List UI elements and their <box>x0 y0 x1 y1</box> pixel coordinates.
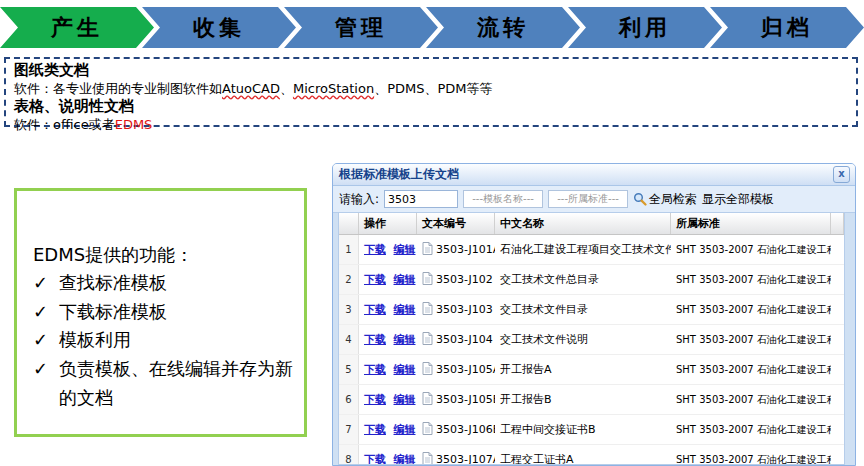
download-link[interactable]: 下载 <box>364 423 386 436</box>
doc-code-text: 3503-J106B <box>436 423 495 436</box>
edms-functions-box: EDMS提供的功能： ✓查找标准模板✓下载标准模板✓模板利用✓负责模板、在线编辑… <box>14 188 307 437</box>
row-chinese-name: 工程中间交接证书B <box>495 422 671 437</box>
row-doc-code: 3503-J107A <box>417 452 495 466</box>
row-doc-code: 3503-J105A <box>417 362 495 378</box>
checkmark-icon: ✓ <box>33 326 59 355</box>
document-icon <box>422 272 433 288</box>
doc-note-line1-prefix: 软件：各专业使用的专业制图软件如 <box>14 81 222 96</box>
upload-dialog: 根据标准模板上传文档 x 请输入: ---模板名称--- ---所属标准--- … <box>332 163 856 466</box>
row-chinese-name: 开工报告A <box>495 362 671 377</box>
edms-function-item-1: ✓查找标准模板 <box>33 269 296 298</box>
search-input[interactable] <box>384 190 458 208</box>
row-number: 7 <box>339 415 359 444</box>
global-search-label: 全局检索 <box>649 191 697 208</box>
doc-note-title-1: 图纸类文档 <box>14 61 848 81</box>
edms-functions-title: EDMS提供的功能： <box>33 241 296 269</box>
edit-link[interactable]: 编辑 <box>394 453 416 465</box>
edit-link[interactable]: 编辑 <box>394 423 416 436</box>
row-standard: SHT 3503-2007 石油化工建设工程项目交工... <box>671 453 831 466</box>
header-operation: 操作 <box>359 213 417 234</box>
document-icon <box>422 422 433 438</box>
edit-link[interactable]: 编辑 <box>394 303 416 316</box>
template-name-dropdown[interactable]: ---模板名称--- <box>463 190 543 208</box>
flow-step-4: 流转 <box>426 7 580 48</box>
doc-note-title-2: 表格、说明性文档 <box>14 97 848 117</box>
row-operations: 下载 编辑 <box>359 272 417 287</box>
doc-code-text: 3503-J107A <box>436 453 495 465</box>
table-row: 4 下载 编辑 3503-J104 交工技术文件说明 SHT 3503-2007… <box>339 325 844 355</box>
table-row: 1 下载 编辑 3503-J101A 石油化工建设工程项目交工技术文件封面A S… <box>339 235 844 265</box>
document-icon <box>422 362 433 378</box>
grid-body: 1 下载 编辑 3503-J101A 石油化工建设工程项目交工技术文件封面A S… <box>339 235 844 465</box>
flow-step-3: 管理 <box>284 7 438 48</box>
doc-code-text: 3503-J105B <box>436 393 495 406</box>
row-operations: 下载 编辑 <box>359 362 417 377</box>
edms-function-item-4: ✓负责模板、在线编辑并存为新的文档 <box>33 355 296 413</box>
row-number: 4 <box>339 325 359 354</box>
standard-dropdown[interactable]: ---所属标准--- <box>548 190 628 208</box>
doc-code-text: 3503-J102 <box>436 273 493 286</box>
row-number: 6 <box>339 385 359 414</box>
flow-step-1: 产生 <box>0 7 154 48</box>
row-chinese-name: 交工技术文件目录 <box>495 302 671 317</box>
edit-link[interactable]: 编辑 <box>394 273 416 286</box>
checkmark-icon: ✓ <box>33 269 59 298</box>
table-row: 7 下载 编辑 3503-J106B 工程中间交接证书B SHT 3503-20… <box>339 415 844 445</box>
table-row: 3 下载 编辑 3503-J103 交工技术文件目录 SHT 3503-2007… <box>339 295 844 325</box>
edms-functions-list: ✓查找标准模板✓下载标准模板✓模板利用✓负责模板、在线编辑并存为新的文档 <box>33 269 296 413</box>
slide-canvas: 产生收集管理流转利用归档 图纸类文档 软件：各专业使用的专业制图软件如AtuoC… <box>0 0 864 466</box>
edms-function-label: 模板利用 <box>59 326 131 355</box>
table-row: 5 下载 编辑 3503-J105A 开工报告A SHT 3503-2007 石… <box>339 355 844 385</box>
row-operations: 下载 编辑 <box>359 332 417 347</box>
download-link[interactable]: 下载 <box>364 303 386 316</box>
edit-link[interactable]: 编辑 <box>394 243 416 256</box>
row-standard: SHT 3503-2007 石油化工建设工程项目交工... <box>671 303 831 317</box>
download-link[interactable]: 下载 <box>364 393 386 406</box>
row-number: 3 <box>339 295 359 324</box>
doc-code-text: 3503-J101A <box>436 243 495 256</box>
download-link[interactable]: 下载 <box>364 243 386 256</box>
doc-note-line2-prefix: 软件：office或者 <box>14 117 115 132</box>
checkmark-icon: ✓ <box>33 298 59 327</box>
grid-header: 操作 文本编号 中文名称 所属标准 <box>339 213 844 235</box>
doc-types-note: 图纸类文档 软件：各专业使用的专业制图软件如AtuoCAD、MicroStati… <box>4 57 858 127</box>
doc-note-line-1: 软件：各专业使用的专业制图软件如AtuoCAD、MicroStation、PDM… <box>14 81 848 98</box>
row-doc-code: 3503-J102 <box>417 272 495 288</box>
document-icon <box>422 332 433 348</box>
row-number: 5 <box>339 355 359 384</box>
download-link[interactable]: 下载 <box>364 273 386 286</box>
row-doc-code: 3503-J101A <box>417 242 495 258</box>
table-row: 6 下载 编辑 3503-J105B 开工报告B SHT 3503-2007 石… <box>339 385 844 415</box>
global-search-button[interactable]: 全局检索 <box>633 191 697 208</box>
table-row: 2 下载 编辑 3503-J102 交工技术文件总目录 SHT 3503-200… <box>339 265 844 295</box>
row-chinese-name: 交工技术文件总目录 <box>495 272 671 287</box>
row-doc-code: 3503-J106B <box>417 422 495 438</box>
download-link[interactable]: 下载 <box>364 333 386 346</box>
row-operations: 下载 编辑 <box>359 392 417 407</box>
row-chinese-name: 交工技术文件说明 <box>495 332 671 347</box>
row-standard: SHT 3503-2007 石油化工建设工程项目交工... <box>671 363 831 377</box>
doc-note-line-2: 软件：office或者EDMS <box>14 117 848 134</box>
close-icon[interactable]: x <box>833 166 850 183</box>
document-icon <box>422 452 433 466</box>
flow-step-5: 利用 <box>568 7 722 48</box>
software-name-microstation: MicroStation <box>293 81 374 96</box>
row-operations: 下载 编辑 <box>359 452 417 465</box>
templates-grid: 操作 文本编号 中文名称 所属标准 1 下载 编辑 <box>338 212 845 465</box>
row-doc-code: 3503-J105B <box>417 392 495 408</box>
header-row-number <box>339 213 359 234</box>
row-doc-code: 3503-J103 <box>417 302 495 318</box>
document-icon <box>422 242 433 258</box>
row-standard: SHT 3503-2007 石油化工建设工程项目交工... <box>671 423 831 437</box>
edit-link[interactable]: 编辑 <box>394 393 416 406</box>
row-doc-code: 3503-J104 <box>417 332 495 348</box>
download-link[interactable]: 下载 <box>364 363 386 376</box>
search-input-label: 请输入: <box>339 191 379 208</box>
download-link[interactable]: 下载 <box>364 453 386 465</box>
show-all-templates-button[interactable]: 显示全部模板 <box>702 191 774 208</box>
process-flow: 产生收集管理流转利用归档 <box>0 7 864 48</box>
row-standard: SHT 3503-2007 石油化工建设工程项目交工... <box>671 243 831 257</box>
edit-link[interactable]: 编辑 <box>394 363 416 376</box>
edit-link[interactable]: 编辑 <box>394 333 416 346</box>
magnifier-icon <box>633 192 647 206</box>
